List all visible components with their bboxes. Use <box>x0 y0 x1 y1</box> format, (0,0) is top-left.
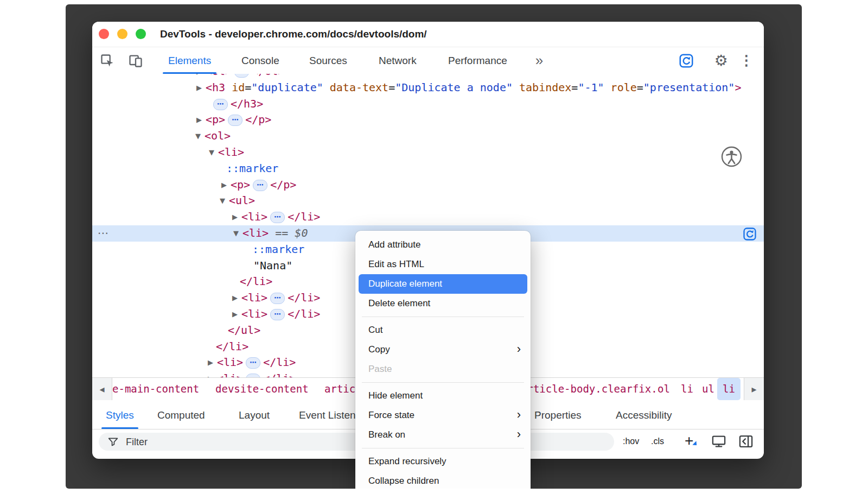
dom-node-row[interactable]: ::marker <box>92 161 764 177</box>
inline-expand-icon[interactable]: ⋯ <box>270 212 285 223</box>
breadcrumb-item-li[interactable]: li <box>681 378 693 400</box>
inline-expand-icon[interactable]: ⋯ <box>246 357 260 369</box>
breadcrumb-item-e-main-content[interactable]: e-main-content <box>112 378 199 400</box>
menu-item-cut[interactable]: Cut <box>355 320 531 340</box>
plus-caret-icon <box>693 441 699 447</box>
dom-token: <li> <box>241 210 267 223</box>
breadcrumb-item-article-body-clearfix[interactable]: article-body.clearfix. <box>521 378 658 400</box>
menu-item-duplicate-element[interactable]: Duplicate element <box>359 274 527 294</box>
menu-item-add-attribute[interactable]: Add attribute <box>355 235 531 255</box>
menu-item-expand-recursively[interactable]: Expand recursively <box>355 452 531 471</box>
expand-arrow-icon[interactable]: ▶ <box>232 306 241 323</box>
expand-arrow-icon[interactable]: ▶ <box>208 355 217 371</box>
more-panels-chevron-icon[interactable]: » <box>529 47 549 74</box>
dom-token: ::marker <box>252 243 304 256</box>
accessibility-person-icon <box>720 146 743 168</box>
sidebar-tab-properties[interactable]: Properties <box>534 401 582 429</box>
dom-node-row[interactable]: ▶<ol>⋯</ol> <box>92 74 764 80</box>
breadcrumb-item-li[interactable]: li <box>717 378 741 400</box>
settings-gear-icon[interactable]: ⚙ <box>712 47 730 74</box>
expand-arrow-icon[interactable]: ▶ <box>196 74 206 80</box>
menu-item-label: Cut <box>368 325 382 335</box>
minimize-window-button[interactable] <box>117 29 127 39</box>
dom-token: <ol> <box>206 74 232 78</box>
inline-expand-icon[interactable]: ⋯ <box>228 115 242 126</box>
dom-node-row[interactable]: ▼<ul> <box>92 193 764 209</box>
inspect-element-icon[interactable] <box>98 52 117 70</box>
inline-expand-icon[interactable]: ⋯ <box>213 99 228 110</box>
menu-item-label: Expand recursively <box>368 456 446 466</box>
dom-token: <ol> <box>205 129 231 142</box>
dom-token: </p> <box>245 113 271 126</box>
sidebar-tab-styles[interactable]: Styles <box>106 401 134 429</box>
toggle-element-state-button[interactable]: :hov <box>623 429 639 453</box>
menu-item-copy[interactable]: Copy› <box>355 340 531 359</box>
dom-token: <li> <box>241 291 267 304</box>
element-classes-button[interactable]: .cls <box>651 429 664 453</box>
menu-item-delete-element[interactable]: Delete element <box>355 294 531 313</box>
dom-node-row[interactable]: ▼<ol> <box>92 128 764 144</box>
breadcrumb-scroll-left-icon[interactable]: ◂ <box>92 378 112 400</box>
dom-token: == <box>269 226 295 239</box>
toggle-sidebar-icon[interactable] <box>737 433 755 450</box>
dom-node-row[interactable]: ⋯</h3> <box>92 96 764 112</box>
more-options-kebab-icon[interactable]: ⋮ <box>739 47 754 74</box>
tab-sources[interactable]: Sources <box>309 47 347 74</box>
dom-token: "Nana" <box>253 259 292 272</box>
menu-item-hide-element[interactable]: Hide element <box>355 386 531 406</box>
sidebar-tab-computed[interactable]: Computed <box>157 401 205 429</box>
row-overflow-menu-icon[interactable]: ⋯ <box>98 225 109 242</box>
new-style-rule-button[interactable]: + <box>685 429 693 452</box>
tab-elements[interactable]: Elements <box>168 47 211 74</box>
menu-item-break-on[interactable]: Break on› <box>355 425 531 445</box>
tab-console[interactable]: Console <box>241 47 279 74</box>
menu-item-force-state[interactable]: Force state› <box>355 406 531 425</box>
breadcrumb-item-devsite-content[interactable]: devsite-content <box>215 378 309 400</box>
sidebar-tab-layout[interactable]: Layout <box>239 401 270 429</box>
expand-arrow-icon[interactable]: ▶ <box>208 371 217 377</box>
context-menu: Add attributeEdit as HTMLDuplicate eleme… <box>355 231 531 489</box>
dom-node-row[interactable]: ▶<h3 id="duplicate" data-text="Duplicate… <box>92 80 764 96</box>
menu-item-collapse-children[interactable]: Collapse children <box>355 471 531 489</box>
device-toolbar-icon[interactable] <box>126 52 145 70</box>
dom-node-row[interactable]: ▼<li> <box>92 144 764 161</box>
collapse-arrow-icon[interactable]: ▼ <box>195 128 205 144</box>
inline-expand-icon[interactable]: ⋯ <box>270 293 285 304</box>
inline-expand-icon[interactable]: ⋯ <box>246 374 260 377</box>
dom-node-row[interactable]: ▶<li>⋯</li> <box>92 209 764 225</box>
menu-item-label: Duplicate element <box>368 279 442 289</box>
expand-arrow-icon[interactable]: ▶ <box>232 290 241 306</box>
refresh-square-icon[interactable] <box>677 52 695 70</box>
inline-expand-icon[interactable]: ⋯ <box>270 309 285 320</box>
breadcrumb-item-ol[interactable]: ol <box>658 378 670 400</box>
tab-performance[interactable]: Performance <box>448 47 507 74</box>
expand-arrow-icon[interactable]: ▶ <box>196 80 206 96</box>
sidebar-tab-accessibility[interactable]: Accessibility <box>616 401 672 429</box>
filter-funnel-icon <box>107 436 119 450</box>
expand-arrow-icon[interactable]: ▶ <box>232 209 241 225</box>
dom-token: <li> <box>241 307 267 320</box>
dom-node-row[interactable]: ▶<p>⋯</p> <box>92 112 764 128</box>
breadcrumb-scroll-right-icon[interactable]: ▸ <box>744 378 764 400</box>
collapse-arrow-icon[interactable]: ▼ <box>209 144 218 161</box>
rendering-screen-icon[interactable] <box>710 433 728 450</box>
dom-token: = <box>571 81 578 94</box>
refresh-square-badge-icon[interactable] <box>742 226 757 242</box>
dom-node-row[interactable]: ▶<p>⋯</p> <box>92 177 764 193</box>
inline-expand-icon[interactable]: ⋯ <box>253 180 267 191</box>
menu-item-edit-as-html[interactable]: Edit as HTML <box>355 255 531 274</box>
expand-arrow-icon[interactable]: ▶ <box>196 112 206 128</box>
zoom-window-button[interactable] <box>136 29 146 39</box>
expand-arrow-icon[interactable]: ▶ <box>221 177 231 193</box>
menu-divider <box>362 448 524 448</box>
collapse-arrow-icon[interactable]: ▼ <box>220 193 229 209</box>
breadcrumb-item-ul[interactable]: ul <box>702 378 714 400</box>
dom-token: ::marker <box>226 162 278 175</box>
inline-expand-icon[interactable]: ⋯ <box>234 74 249 78</box>
collapse-arrow-icon[interactable]: ▼ <box>233 225 242 242</box>
dom-token: = <box>245 81 251 94</box>
menu-item-label: Edit as HTML <box>368 259 424 269</box>
tab-network[interactable]: Network <box>379 47 417 74</box>
close-window-button[interactable] <box>99 29 109 39</box>
submenu-chevron-icon: › <box>517 406 521 424</box>
